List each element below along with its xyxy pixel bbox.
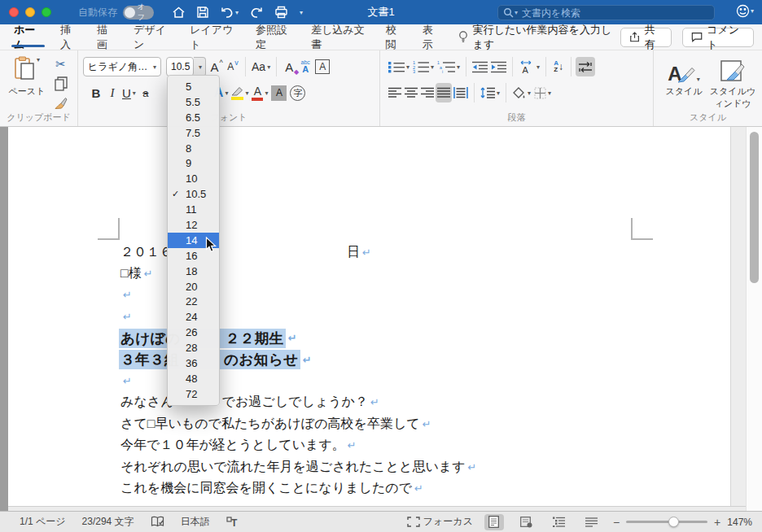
document-line[interactable]: 今年で１０年が経とうとしています。↵ <box>120 435 476 456</box>
font-name-combo[interactable]: ヒラギノ角… ▾ <box>83 57 161 76</box>
clear-formatting-button[interactable]: A◆ <box>281 57 297 76</box>
font-size-option-10.5[interactable]: ✓10.5 <box>168 186 219 202</box>
undo-icon[interactable]: ▾ <box>220 7 239 19</box>
page-count[interactable]: 1/1 ページ <box>20 515 66 529</box>
line-spacing-button[interactable]: ▾ <box>479 83 501 102</box>
tab-デザイン[interactable]: デザイン <box>125 24 181 50</box>
share-button[interactable]: 共有 <box>620 28 672 47</box>
font-size-option-10[interactable]: 10 <box>168 171 219 186</box>
zoom-slider[interactable] <box>626 517 707 527</box>
character-shading-button[interactable]: A <box>269 83 288 102</box>
italic-button[interactable]: I <box>104 83 120 102</box>
grow-font-button[interactable]: A ^ <box>208 57 225 76</box>
font-size-option-12[interactable]: 12 <box>168 217 219 233</box>
borders-button[interactable]: ▾ <box>532 83 553 102</box>
char-count[interactable]: 23/294 文字 <box>82 515 134 529</box>
zoom-in-button[interactable]: + <box>714 516 720 529</box>
font-size-combo[interactable]: 10.5 <box>166 57 194 76</box>
print-layout-view-button[interactable] <box>484 514 504 530</box>
undo-chevron-icon[interactable]: ▾ <box>235 9 239 16</box>
change-case-button[interactable]: Aa ▾ <box>250 57 272 76</box>
copy-icon[interactable] <box>55 76 68 91</box>
font-size-option-11[interactable]: 11 <box>168 202 219 217</box>
spellcheck-status[interactable] <box>151 516 164 528</box>
style-window-button[interactable]: スタイルウィンドウ <box>707 55 758 110</box>
align-left-button[interactable] <box>387 83 403 102</box>
enclose-characters-button[interactable]: 字 <box>288 83 307 102</box>
toolbar-options-chevron-icon[interactable]: ▾ <box>300 9 303 16</box>
bold-button[interactable]: B <box>88 83 104 102</box>
formatting-marks-toggle[interactable] <box>576 57 595 76</box>
ink-tool-status[interactable]: T <box>226 516 239 528</box>
font-size-option-6.5[interactable]: 6.5 <box>168 110 219 125</box>
styles-button[interactable]: A ▾ スタイル <box>660 55 707 98</box>
asian-layout-button[interactable]: A ▾ <box>517 57 541 76</box>
multilevel-list-button[interactable]: 1ai ▾ <box>436 57 462 76</box>
tab-校閲[interactable]: 校閲 <box>377 24 414 50</box>
save-icon[interactable] <box>196 6 209 19</box>
search-input[interactable] <box>522 7 685 19</box>
font-size-option-5[interactable]: 5 <box>168 79 219 94</box>
autosave-toggle[interactable]: オフ <box>123 6 154 20</box>
shrink-font-button[interactable]: A v <box>225 57 241 76</box>
print-icon[interactable] <box>274 6 288 19</box>
cut-icon[interactable]: ✂ <box>55 57 66 72</box>
tab-差し込み文書[interactable]: 差し込み文書 <box>302 24 377 50</box>
underline-button[interactable]: U ▾ <box>120 83 138 102</box>
paste-button[interactable]: ▾ ペースト <box>7 56 47 98</box>
font-size-option-9[interactable]: 9 <box>168 155 219 171</box>
document-line[interactable]: これを機会に同窓会を開くことになりましたので↵ <box>120 477 476 499</box>
font-size-dropdown-button[interactable]: ▾ <box>194 57 206 76</box>
zoom-out-button[interactable]: − <box>613 516 620 529</box>
numbering-button[interactable]: 123 ▾ <box>411 57 436 76</box>
zoom-slider-thumb[interactable] <box>668 517 679 527</box>
vertical-scrollbar[interactable] <box>746 127 762 511</box>
tab-ホーム[interactable]: ホーム <box>5 24 51 50</box>
close-window-button[interactable] <box>9 7 19 17</box>
font-size-option-20[interactable]: 20 <box>168 279 219 294</box>
tab-描画[interactable]: 描画 <box>88 24 125 50</box>
feedback-chevron-icon[interactable]: ▾ <box>751 7 754 15</box>
feedback-control[interactable]: ▾ <box>736 4 754 18</box>
redo-icon[interactable] <box>249 7 264 19</box>
search-box[interactable]: ▾ <box>497 5 715 20</box>
tab-表示[interactable]: 表示 <box>414 24 450 50</box>
comments-button[interactable]: コメント <box>682 28 754 47</box>
tab-挿入[interactable]: 挿入 <box>51 24 88 50</box>
font-size-option-48[interactable]: 48 <box>168 371 219 386</box>
document-line[interactable]: さて□早いもので私たちがあけぼの高校を卒業して↵ <box>120 413 476 434</box>
font-size-option-7.5[interactable]: 7.5 <box>168 125 219 141</box>
tab-レイアウト[interactable]: レイアウト <box>181 24 247 50</box>
font-size-option-72[interactable]: 72 <box>168 386 219 402</box>
text-highlight-button[interactable]: ▾ <box>230 83 250 102</box>
scrollbar-thumb[interactable] <box>750 132 759 283</box>
web-layout-view-button[interactable] <box>517 514 536 530</box>
font-size-option-8[interactable]: 8 <box>168 141 219 156</box>
font-size-option-24[interactable]: 24 <box>168 309 219 325</box>
language-status[interactable]: 日本語 <box>181 515 210 529</box>
shading-button[interactable]: ▾ <box>510 83 532 102</box>
font-size-option-26[interactable]: 26 <box>168 325 219 340</box>
focus-mode-button[interactable]: フォーカス <box>407 515 473 529</box>
minimize-window-button[interactable] <box>25 7 35 17</box>
align-right-button[interactable] <box>419 83 436 102</box>
font-size-option-22[interactable]: 22 <box>168 294 219 309</box>
font-size-option-36[interactable]: 36 <box>168 355 219 371</box>
increase-indent-button[interactable] <box>489 57 508 76</box>
font-size-option-28[interactable]: 28 <box>168 340 219 355</box>
search-scope-chevron-icon[interactable]: ▾ <box>515 9 518 16</box>
tab-参照設定[interactable]: 参照設定 <box>247 24 302 50</box>
zoom-window-button[interactable] <box>42 7 51 17</box>
home-icon[interactable] <box>172 6 186 19</box>
bullets-button[interactable]: ▾ <box>387 57 411 76</box>
tell-me-control[interactable]: 実行したい作業内容を入力します <box>458 23 621 52</box>
character-border-button[interactable]: A <box>313 57 331 76</box>
decrease-indent-button[interactable] <box>471 57 489 76</box>
sort-button[interactable]: AZ ↓ <box>550 57 567 76</box>
zoom-level[interactable]: 147% <box>727 517 752 528</box>
font-size-option-5.5[interactable]: 5.5 <box>168 94 219 110</box>
align-center-button[interactable] <box>403 83 419 102</box>
document-line[interactable]: それぞれの思いで流れた年月を過ごされたことと思います↵ <box>120 456 476 477</box>
font-size-option-18[interactable]: 18 <box>168 264 219 279</box>
paste-chevron-icon[interactable]: ▾ <box>37 56 40 63</box>
